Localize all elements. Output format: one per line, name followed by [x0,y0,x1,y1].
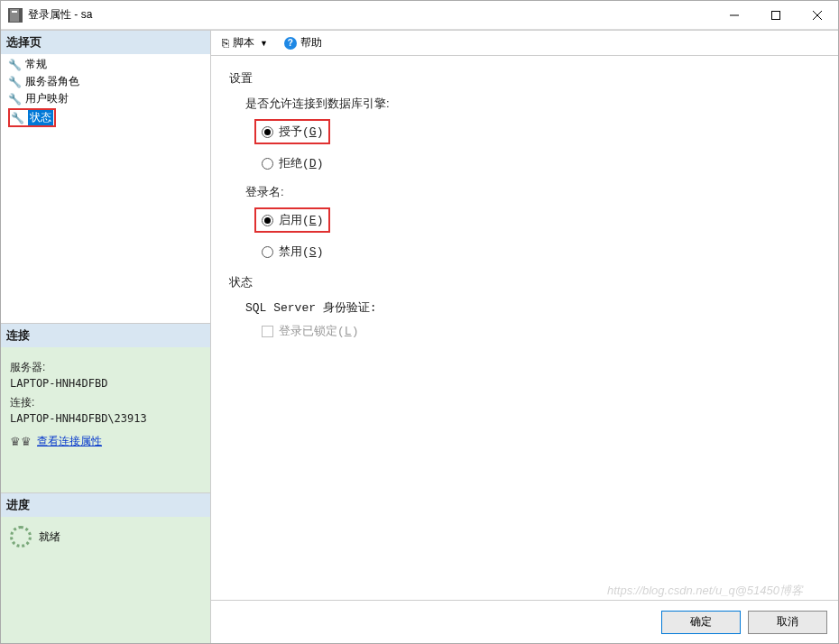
locked-checkbox [262,326,273,337]
permission-label: 是否允许连接到数据库引擎: [245,96,820,112]
nav-label: 常规 [25,57,47,72]
app-icon [8,8,23,23]
disable-radio[interactable] [262,246,273,258]
svg-rect-3 [772,11,780,19]
nav-item-status[interactable]: 🔧 状态 [5,107,207,128]
disable-radio-row[interactable]: 禁用(S) [262,244,820,260]
titlebar: 登录属性 - sa [1,1,838,30]
nav-item-server-roles[interactable]: 🔧 服务器角色 [5,73,207,90]
ready-icon [10,526,32,547]
highlight-box: 🔧 状态 [8,108,56,127]
ok-button[interactable]: 确定 [661,611,741,634]
deny-label: 拒绝(D) [279,155,323,171]
progress-section: 进度 就绪 [1,492,210,643]
dialog-window: 登录属性 - sa 选择页 🔧 常规 🔧 服务器角色 🔧 用户映射 [0,0,839,644]
progress-header: 进度 [1,493,210,517]
nav-label: 服务器角色 [25,74,79,89]
nav-label: 用户映射 [25,91,69,106]
disable-label: 禁用(S) [279,244,323,260]
window-title: 登录属性 - sa [28,7,714,23]
grant-radio[interactable] [262,126,273,138]
grant-radio-row[interactable]: 授予(G) [254,119,330,144]
help-button[interactable]: ? 帮助 [275,33,326,52]
grant-label: 授予(G) [279,124,323,140]
minimize-button[interactable] [714,1,755,29]
login-label: 登录名: [245,184,820,200]
connection-header: 连接 [1,324,210,347]
right-panel: ⎘ 脚本 ▼ ? 帮助 设置 是否允许连接到数据库引擎: 授予(G) [210,31,838,643]
close-button[interactable] [797,1,838,29]
script-icon: ⎘ [222,36,229,50]
connection-section: 连接 服务器: LAPTOP-HNH4DFBD 连接: LAPTOP-HNH4D… [1,323,210,492]
settings-label: 设置 [229,70,820,87]
wrench-icon: 🔧 [11,112,24,124]
wrench-icon: 🔧 [8,93,22,106]
locked-checkbox-row: 登录已锁定(L) [262,323,820,339]
body: 选择页 🔧 常规 🔧 服务器角色 🔧 用户映射 🔧 状态 [1,30,838,643]
enable-radio[interactable] [262,215,273,226]
script-button[interactable]: ⎘ 脚本 ▼ [218,33,272,52]
nav-list: 🔧 常规 🔧 服务器角色 🔧 用户映射 🔧 状态 [1,54,210,323]
chevron-down-icon: ▼ [260,39,268,48]
cancel-button[interactable]: 取消 [748,611,827,634]
view-connection-properties[interactable]: ♛♛ 查看连接属性 [10,434,201,449]
nav-item-user-mapping[interactable]: 🔧 用户映射 [5,90,207,107]
toolbar: ⎘ 脚本 ▼ ? 帮助 [211,31,838,56]
wrench-icon: 🔧 [8,76,22,88]
help-label: 帮助 [300,35,322,51]
nav-label: 状态 [28,110,53,125]
wrench-icon: 🔧 [8,59,22,71]
content: 设置 是否允许连接到数据库引擎: 授予(G) 拒绝(D) [211,56,838,600]
maximize-button[interactable] [755,1,797,29]
select-page-header: 选择页 [1,31,210,54]
server-value: LAPTOP-HNH4DFBD [10,377,201,390]
script-label: 脚本 [233,35,254,51]
left-panel: 选择页 🔧 常规 🔧 服务器角色 🔧 用户映射 🔧 状态 [1,31,210,643]
sql-auth-label: SQL Server 身份验证: [245,299,820,316]
view-conn-link[interactable]: 查看连接属性 [37,434,102,449]
enable-label: 启用(E) [279,212,323,228]
conn-label: 连接: [10,395,201,410]
deny-radio[interactable] [262,158,273,170]
nav-item-general[interactable]: 🔧 常规 [5,56,207,73]
conn-value: LAPTOP-HNH4DFBD\23913 [10,412,201,425]
status-label: 状态 [229,274,820,290]
deny-radio-row[interactable]: 拒绝(D) [262,155,820,171]
locked-label: 登录已锁定(L) [279,323,358,339]
progress-status: 就绪 [39,529,60,545]
help-icon: ? [284,37,297,50]
server-label: 服务器: [10,360,201,375]
window-controls [714,1,838,29]
properties-icon: ♛♛ [10,435,32,448]
svg-rect-1 [12,11,17,13]
footer: 确定 取消 [211,600,838,643]
enable-radio-row[interactable]: 启用(E) [254,207,330,233]
